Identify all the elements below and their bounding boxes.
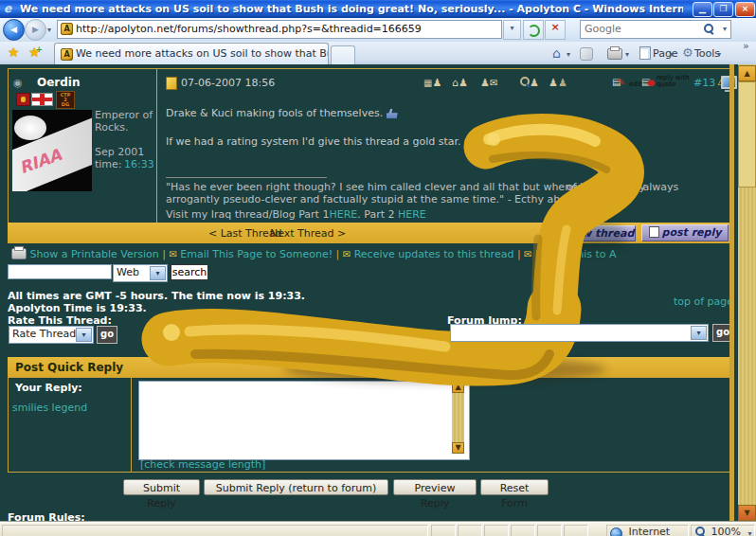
post-author-name[interactable]: Oerdin bbox=[37, 76, 81, 89]
printable-version-icon bbox=[11, 248, 27, 259]
forum-jump-select[interactable]: ▾ bbox=[450, 324, 709, 342]
minimize-button[interactable]: ▁ bbox=[693, 2, 712, 17]
find-posts-icon[interactable]: ♟ bbox=[520, 77, 539, 89]
post-body-line2: If we had a rating system I'd give this … bbox=[166, 135, 477, 149]
author-custom-title: Emperor of Rocks. bbox=[95, 109, 153, 134]
reset-form-button[interactable]: Reset Form bbox=[480, 479, 549, 495]
search-engine-dropdown-icon[interactable]: ▾ bbox=[723, 25, 727, 33]
times-line1: All times are GMT -5 hours. The time now… bbox=[8, 290, 305, 302]
preview-reply-button[interactable]: Preview Reply bbox=[393, 479, 477, 495]
feeds-icon[interactable] bbox=[580, 47, 593, 63]
maximize-button[interactable]: ❐ bbox=[713, 2, 733, 17]
post-body-line1: Drake & Kuci making fools of themselves. bbox=[166, 107, 398, 119]
scrollbar-thumb[interactable] bbox=[738, 81, 756, 188]
textarea-scrollbar[interactable]: ▲ ▼ bbox=[452, 382, 464, 454]
printable-version-link[interactable]: Show a Printable Version bbox=[30, 248, 159, 260]
post-reply-icon bbox=[649, 226, 659, 238]
email-page-icon: ✉ bbox=[169, 249, 176, 259]
post-status-lamp-icon: ◉ bbox=[13, 77, 23, 89]
sig-here-link-2[interactable]: HERE bbox=[398, 208, 426, 221]
status-cell bbox=[431, 525, 456, 536]
report-thread-link[interactable]: Report this to A bbox=[535, 248, 617, 260]
scroll-up-icon[interactable]: ▲ bbox=[452, 382, 464, 393]
close-button[interactable]: × bbox=[735, 2, 755, 17]
scrollbar-down-icon[interactable]: ▼ bbox=[738, 505, 756, 521]
tab-active[interactable]: A We need more attacks on US soil to sho… bbox=[54, 43, 329, 64]
search-scope-caret-icon[interactable]: ▾ bbox=[150, 266, 166, 280]
submit-reply-button[interactable]: Submit Reply bbox=[123, 479, 200, 495]
forum-jump-caret-icon[interactable]: ▾ bbox=[691, 326, 707, 340]
new-tab-stub[interactable] bbox=[331, 45, 355, 64]
page-tool-links: Show a Printable Version | ✉ Email This … bbox=[11, 248, 617, 260]
stop-button[interactable]: × bbox=[545, 20, 566, 40]
next-thread-link[interactable]: Next Thread > bbox=[270, 227, 346, 240]
search-icon[interactable] bbox=[704, 24, 713, 33]
rate-thread-select[interactable]: Rate Thread: ▾ bbox=[9, 326, 94, 344]
user-online-icon bbox=[736, 76, 737, 92]
author-ctp2dg-badge: CTP 2 DG bbox=[56, 91, 75, 109]
page-menu-button[interactable]: Page bbox=[653, 47, 678, 60]
page-dropdown-icon[interactable]: ▾ bbox=[670, 50, 674, 59]
edit-post-icon[interactable]: ▤✎ bbox=[612, 76, 625, 88]
toolbar-overflow-chevron[interactable]: » bbox=[743, 40, 749, 52]
quick-reply-table: Your Reply: smilies legend ▲ ▼ [check me… bbox=[8, 377, 731, 473]
view-profile-icon[interactable]: ▦♟ bbox=[423, 77, 441, 89]
smilies-legend-link[interactable]: smilies legend bbox=[12, 402, 87, 414]
buddy-list-icon[interactable]: ♟♟ bbox=[549, 77, 567, 89]
print-icon[interactable] bbox=[607, 48, 622, 63]
post-number[interactable]: #13 bbox=[693, 77, 715, 89]
favorites-star-icon[interactable]: ★ bbox=[8, 45, 20, 60]
subscribe-link[interactable]: Receive updates to this thread bbox=[354, 248, 514, 260]
cell-divider bbox=[156, 69, 157, 223]
rate-go-button[interactable]: go bbox=[97, 326, 117, 344]
scrollbar-up-icon[interactable]: ▲ bbox=[738, 65, 756, 81]
search-box[interactable]: ▾ bbox=[580, 20, 731, 39]
page-menu-icon[interactable] bbox=[639, 46, 651, 63]
rate-thread-caret-icon[interactable]: ▾ bbox=[76, 328, 92, 342]
zoom-dropdown-icon[interactable]: ▾ bbox=[747, 529, 751, 536]
browser-scrollbar[interactable]: ▲ ▼ bbox=[738, 64, 756, 522]
top-of-page-link[interactable]: top of page bbox=[674, 295, 733, 308]
thread-nav-bar: < Last Thread Next Thread > new thread p… bbox=[8, 223, 729, 243]
add-favorite-icon[interactable]: ★+ bbox=[28, 45, 43, 60]
tools-gear-icon[interactable]: ⚙ bbox=[682, 45, 693, 60]
signature-links: Visit my Iraq thread/Blog Part 1HERE. Pa… bbox=[166, 208, 426, 221]
grin-smiley-icon bbox=[464, 135, 477, 149]
new-thread-button[interactable]: new thread bbox=[566, 225, 636, 241]
forward-button[interactable]: ▶ bbox=[25, 19, 46, 41]
web-search-input[interactable] bbox=[583, 22, 695, 36]
post-reply-button[interactable]: post reply bbox=[641, 224, 729, 241]
submit-reply-return-button[interactable]: Submit Reply (return to forum) bbox=[204, 479, 388, 495]
author-flag-crest-icon bbox=[16, 93, 30, 106]
print-dropdown-icon[interactable]: ▾ bbox=[625, 50, 629, 59]
homepage-icon[interactable]: ⌂♟ bbox=[452, 77, 468, 89]
sig-here-link-1[interactable]: HERE bbox=[329, 208, 357, 221]
refresh-icon bbox=[528, 25, 540, 37]
address-dropdown-button[interactable]: ▾ bbox=[503, 20, 521, 40]
tools-dropdown-icon[interactable]: ▾ bbox=[717, 50, 721, 59]
send-message-icon[interactable]: ♟✉ bbox=[480, 77, 497, 89]
internet-zone-icon bbox=[610, 527, 622, 536]
reply-with-quote-label[interactable]: reply with quote bbox=[657, 75, 691, 88]
reply-with-quote-icon[interactable]: ▤● bbox=[641, 76, 655, 88]
author-flag-england-icon bbox=[31, 93, 53, 106]
refresh-button[interactable] bbox=[523, 20, 544, 40]
address-field[interactable]: A http://apolyton.net/forums/showthread.… bbox=[57, 20, 502, 39]
signature-divider bbox=[166, 177, 327, 178]
search-scope-select[interactable]: Web ▾ bbox=[113, 264, 168, 282]
page-content: ◉ Oerdin CTP 2 DG RIAA Emperor of Rocks.… bbox=[0, 64, 756, 522]
browser-window: e We need more attacks on US soil to sho… bbox=[0, 0, 756, 536]
home-dropdown-icon[interactable]: ▾ bbox=[567, 50, 570, 59]
tab-label: We need more attacks on US soil to show … bbox=[76, 47, 329, 60]
forum-search-input[interactable] bbox=[8, 264, 112, 279]
edit-post-label[interactable]: edit bbox=[629, 81, 641, 88]
reply-textarea[interactable] bbox=[138, 381, 470, 460]
back-button[interactable]: ◀ bbox=[3, 19, 25, 41]
zoom-cell[interactable]: 100% ▾ bbox=[691, 525, 755, 536]
history-dropdown-icon[interactable]: ▾ bbox=[47, 26, 51, 34]
email-page-link[interactable]: Email This Page to Someone! bbox=[180, 248, 333, 260]
home-icon[interactable]: ⌂ bbox=[552, 45, 561, 61]
forum-search-button[interactable]: search bbox=[171, 264, 208, 280]
scroll-down-icon[interactable]: ▼ bbox=[452, 442, 464, 454]
check-message-length-link[interactable]: [check message length] bbox=[140, 458, 265, 471]
